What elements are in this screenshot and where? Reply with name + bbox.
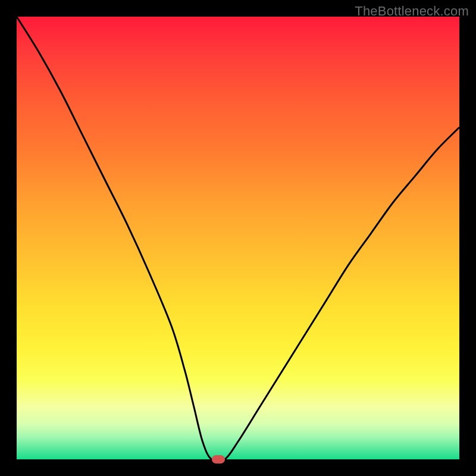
plot-area (17, 17, 459, 459)
chart-frame: TheBottleneck.com (0, 0, 476, 476)
bottleneck-curve (17, 17, 459, 459)
curve-path (17, 17, 459, 459)
bottleneck-marker (212, 455, 225, 464)
